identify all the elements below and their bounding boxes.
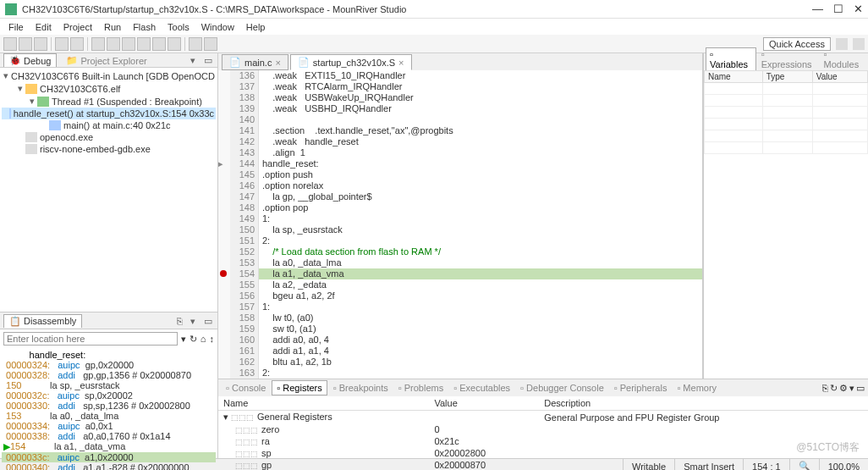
editor-line[interactable]: addi a0, a0, 4	[259, 335, 702, 346]
col-header[interactable]: Value	[429, 396, 539, 411]
table-row[interactable]	[705, 83, 868, 95]
tree-item[interactable]: riscv-none-embed-gdb.exe	[2, 143, 216, 155]
register-row[interactable]: ⬚⬚⬚sp0x20002800	[218, 447, 868, 459]
tree-item[interactable]: openocd.exe	[2, 131, 216, 143]
tree-item[interactable]: ▾CH32V103C6T6 Built-in Launch [GDB OpenO…	[2, 69, 216, 82]
close-button[interactable]: ✕	[854, 3, 863, 15]
disasm-nav-icon[interactable]: ↕	[210, 334, 215, 344]
status-zoom[interactable]: 100.0%	[819, 459, 868, 470]
panel-btn-icon[interactable]: ▾	[849, 383, 854, 394]
menu-edit[interactable]: Edit	[30, 20, 57, 34]
disasm-line[interactable]: handle_reset:	[2, 350, 216, 360]
table-row[interactable]	[705, 142, 868, 154]
tab-debugger-console[interactable]: ▫ Debugger Console	[516, 381, 608, 395]
editor-line[interactable]: bltu a1, a2, 1b	[259, 357, 702, 368]
disasm-line[interactable]: 153 la a0, _data_lma	[2, 411, 216, 421]
col-header[interactable]: Value	[812, 71, 867, 83]
tab-variables[interactable]: ▫ Variables	[706, 47, 756, 70]
register-group[interactable]: ▾ ⬚⬚⬚General RegistersGeneral Purpose an…	[218, 411, 868, 424]
tab-executables[interactable]: ▫ Executables	[449, 381, 514, 395]
table-row[interactable]	[705, 119, 868, 130]
disasm-line[interactable]: 00000324: auipc gp,0x20000	[2, 360, 216, 370]
disasm-line[interactable]: 0000033c: auipc a1,0x20000	[2, 452, 216, 462]
editor-line[interactable]: .weak RTCAlarm_IRQHandler	[259, 81, 702, 92]
close-icon[interactable]: ×	[275, 58, 280, 68]
editor-line[interactable]: la a1, _data_vma	[259, 268, 702, 279]
table-row[interactable]	[705, 95, 868, 107]
editor-body[interactable]: ▸ 13613713813914014114214314414514614714…	[218, 70, 702, 379]
save-icon[interactable]	[19, 37, 32, 51]
col-header[interactable]: Name	[218, 396, 429, 411]
debug-tree[interactable]: ▾CH32V103C6T6 Built-in Launch [GDB OpenO…	[0, 68, 217, 312]
resume-icon[interactable]	[91, 37, 105, 51]
editor-line[interactable]: .weak USBHD_IRQHandler	[259, 103, 702, 114]
disasm-dropdown-icon[interactable]: ▾	[181, 334, 186, 345]
menu-file[interactable]: File	[3, 20, 29, 34]
disasm-line[interactable]: 00000328: addi gp,gp,1356 # 0x20000870	[2, 370, 216, 380]
editor-tab[interactable]: 📄startup_ch32v10x.S×	[290, 54, 412, 70]
tab-memory[interactable]: ▫ Memory	[673, 381, 721, 395]
col-header[interactable]: Description	[539, 396, 868, 411]
tab-disassembly[interactable]: 📋 Disassembly	[3, 314, 82, 328]
col-header[interactable]: Name	[705, 71, 763, 83]
editor-line[interactable]: la gp, __global_pointer$	[259, 191, 702, 202]
editor-tab[interactable]: 📄main.c×	[222, 54, 288, 70]
editor-line[interactable]	[259, 114, 702, 125]
suspend-icon[interactable]	[107, 37, 120, 51]
editor-line[interactable]: sw t0, (a1)	[259, 323, 702, 335]
nav-back-icon[interactable]	[189, 37, 202, 51]
tab-console[interactable]: ▫ Console	[222, 381, 270, 395]
menu-help[interactable]: Help	[241, 20, 271, 34]
tab-registers[interactable]: ▫ Registers	[272, 380, 327, 395]
editor-line[interactable]: .weak USBWakeUp_IRQHandler	[259, 92, 702, 103]
maximize-button[interactable]: ☐	[833, 3, 843, 15]
disasm-line[interactable]: 0000032c: auipc sp,0x20002	[2, 390, 216, 401]
editor-line[interactable]: .option pop	[259, 202, 702, 213]
step-over-icon[interactable]	[152, 37, 166, 51]
tab-modules[interactable]: ▫ Modules	[821, 48, 866, 70]
new-icon[interactable]	[3, 37, 17, 51]
register-row[interactable]: ⬚⬚⬚ra0x21c	[218, 435, 868, 447]
panel-menu-icon[interactable]: ▾	[190, 55, 201, 65]
table-row[interactable]	[705, 130, 868, 142]
tab-peripherals[interactable]: ▫ Peripherals	[610, 381, 672, 395]
panel-min-icon[interactable]: ▭	[204, 55, 214, 65]
editor-line[interactable]: /* Load data section from flash to RAM *…	[259, 246, 702, 257]
disasm-body[interactable]: handle_reset: 00000324: auipc gp,0x20000…	[0, 348, 217, 470]
tab-expressions[interactable]: ▫ Expressions	[758, 48, 819, 70]
editor-line[interactable]: bgeu a1, a2, 2f	[259, 290, 702, 301]
close-icon[interactable]: ×	[398, 58, 404, 68]
step-into-icon[interactable]	[137, 37, 151, 51]
menu-run[interactable]: Run	[99, 20, 126, 34]
nav-fwd-icon[interactable]	[204, 37, 217, 51]
editor-line[interactable]: handle_reset:	[259, 158, 702, 169]
editor-line[interactable]: .option norelax	[259, 180, 702, 191]
editor-line[interactable]: 2:	[259, 368, 702, 379]
register-row[interactable]: ⬚⬚⬚zero0	[218, 423, 868, 435]
disasm-line[interactable]: ▶154 la a1, _data_vma	[2, 441, 216, 452]
menu-tools[interactable]: Tools	[162, 20, 195, 34]
terminate-icon[interactable]	[122, 37, 135, 51]
panel-min-icon[interactable]: ▭	[204, 316, 214, 326]
editor-line[interactable]: lw t0, (a0)	[259, 312, 702, 323]
table-row[interactable]	[705, 107, 868, 119]
panel-btn-icon[interactable]: ⚙	[839, 383, 848, 394]
panel-btn-icon[interactable]: ⎘	[177, 316, 187, 326]
tree-item[interactable]: main() at main.c:40 0x21c	[2, 119, 216, 131]
disasm-refresh-icon[interactable]: ↻	[190, 334, 197, 345]
save-all-icon[interactable]	[34, 37, 47, 51]
editor-line[interactable]: .align 1	[259, 147, 702, 158]
tab-project-explorer[interactable]: 📁 Project Explorer	[60, 53, 152, 67]
editor-line[interactable]: .weak handle_reset	[259, 136, 702, 147]
disasm-line[interactable]: 00000340: addi a1,a1,-828 # 0x20000000	[2, 462, 216, 470]
step-return-icon[interactable]	[168, 37, 181, 51]
editor-line[interactable]: la a0, _data_lma	[259, 257, 702, 268]
editor-line[interactable]: .section .text.handle_reset,"ax",@progbi…	[259, 125, 702, 136]
disasm-line[interactable]: 150 la sp, _eusrstack	[2, 380, 216, 390]
editor-line[interactable]: 2:	[259, 235, 702, 246]
disasm-line[interactable]: 00000334: auipc a0,0x1	[2, 421, 216, 431]
panel-menu-icon[interactable]: ▾	[190, 316, 201, 326]
minimize-button[interactable]: —	[812, 3, 823, 15]
debug-icon[interactable]	[70, 37, 84, 51]
tab-problems[interactable]: ▫ Problems	[394, 381, 448, 395]
